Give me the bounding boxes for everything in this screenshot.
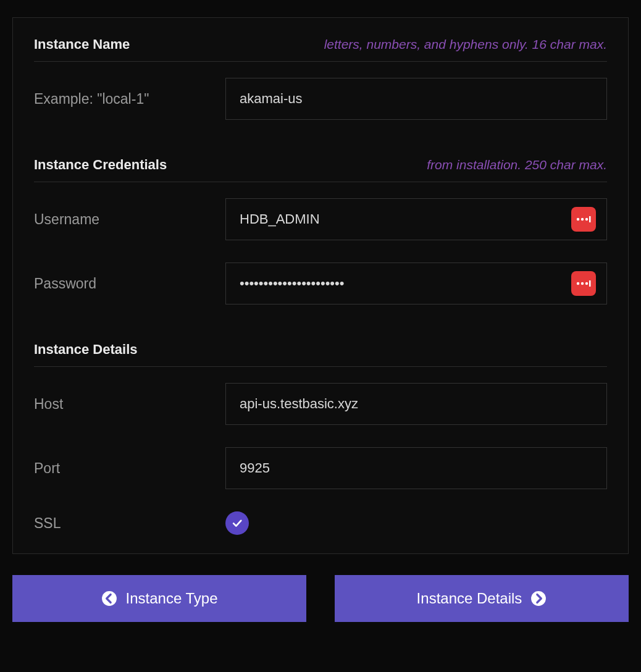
input-wrapper-host — [225, 383, 607, 425]
input-wrapper-port — [225, 447, 607, 489]
svg-point-6 — [585, 282, 588, 285]
footer-nav: Instance Type Instance Details — [12, 575, 629, 622]
section-header-credentials: Instance Credentials from installation. … — [34, 157, 607, 182]
row-ssl: SSL — [34, 511, 607, 535]
svg-point-5 — [581, 282, 584, 285]
label-instance-name-example: Example: "local-1" — [34, 91, 213, 107]
password-manager-icon[interactable] — [571, 207, 596, 232]
instance-name-input[interactable] — [225, 78, 607, 120]
section-header-name: Instance Name letters, numbers, and hyph… — [34, 36, 607, 62]
svg-point-0 — [577, 218, 579, 220]
password-manager-icon[interactable] — [571, 271, 596, 296]
svg-point-1 — [581, 218, 584, 220]
label-password: Password — [34, 275, 213, 292]
next-button-label: Instance Details — [417, 590, 522, 607]
port-input[interactable] — [225, 447, 607, 489]
ssl-toggle[interactable] — [225, 511, 249, 535]
svg-rect-3 — [589, 216, 591, 222]
form-panel: Instance Name letters, numbers, and hyph… — [12, 17, 629, 554]
input-wrapper-password — [225, 262, 607, 304]
input-wrapper-instance-name — [225, 78, 607, 120]
section-hint-credentials: from installation. 250 char max. — [427, 158, 607, 172]
section-header-details: Instance Details — [34, 342, 607, 367]
row-instance-name: Example: "local-1" — [34, 78, 607, 120]
chevron-right-circle-icon — [530, 590, 547, 607]
input-wrapper-ssl — [225, 511, 607, 535]
input-wrapper-username — [225, 198, 607, 240]
svg-point-9 — [531, 591, 546, 606]
label-host: Host — [34, 396, 213, 413]
host-input[interactable] — [225, 383, 607, 425]
label-ssl: SSL — [34, 515, 213, 532]
password-input[interactable] — [225, 262, 607, 304]
svg-point-8 — [102, 591, 117, 606]
svg-point-4 — [577, 282, 579, 285]
label-port: Port — [34, 460, 213, 477]
section-title-name: Instance Name — [34, 36, 130, 52]
svg-point-2 — [585, 218, 588, 220]
row-username: Username — [34, 198, 607, 240]
label-username: Username — [34, 211, 213, 228]
prev-button[interactable]: Instance Type — [12, 575, 306, 622]
next-button[interactable]: Instance Details — [335, 575, 629, 622]
section-hint-name: letters, numbers, and hyphens only. 16 c… — [324, 37, 607, 52]
section-title-details: Instance Details — [34, 342, 138, 358]
chevron-left-circle-icon — [101, 590, 117, 607]
row-host: Host — [34, 383, 607, 425]
svg-rect-7 — [589, 280, 591, 287]
check-icon — [231, 517, 243, 529]
prev-button-label: Instance Type — [126, 590, 218, 607]
row-password: Password — [34, 262, 607, 304]
section-title-credentials: Instance Credentials — [34, 157, 167, 173]
username-input[interactable] — [225, 198, 607, 240]
row-port: Port — [34, 447, 607, 489]
